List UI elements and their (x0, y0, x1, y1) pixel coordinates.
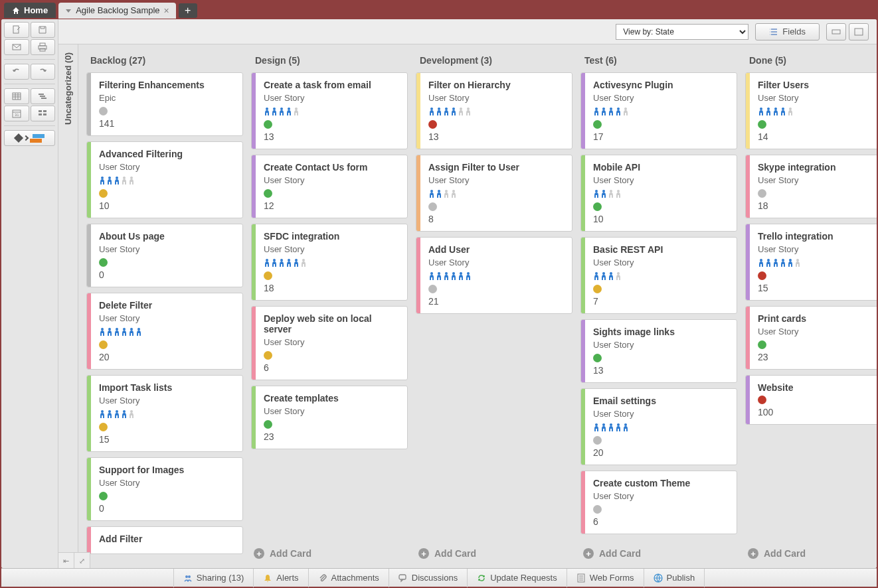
card-type: User Story (264, 337, 399, 347)
webforms-button[interactable]: Web Forms (567, 569, 644, 587)
view-by-select[interactable]: View by: State (616, 24, 748, 40)
card[interactable]: Sights image linksUser Story13 (580, 319, 737, 383)
svg-rect-15 (832, 30, 840, 34)
status-dot (99, 258, 108, 267)
person-icon (135, 327, 142, 336)
card[interactable]: Create Contact Us formUser Story12 (251, 155, 408, 218)
column-header: Design (5) (251, 50, 408, 72)
card-color-bar[interactable] (4, 130, 55, 146)
card[interactable]: Activesync PluginUser Story17 (580, 72, 737, 149)
card[interactable]: Email settingsUser Story20 (580, 388, 737, 465)
card-title: Print cards (758, 313, 877, 324)
card[interactable]: Support for ImagesUser Story0 (86, 457, 243, 521)
svg-point-58 (460, 272, 462, 275)
new-button[interactable] (4, 22, 29, 38)
add-card-button[interactable]: +Add Card (416, 544, 572, 563)
svg-point-83 (760, 259, 762, 261)
redo-button[interactable] (31, 64, 56, 80)
compact-layout-button[interactable] (826, 23, 846, 40)
card-type: User Story (264, 175, 399, 185)
card[interactable]: Create templatesUser Story23 (251, 386, 408, 449)
svg-point-24 (116, 328, 118, 331)
add-card-button[interactable]: +Add Card (580, 544, 737, 563)
card[interactable]: Delete FilterUser Story20 (86, 293, 243, 370)
person-icon (765, 258, 772, 267)
card-type: User Story (264, 406, 399, 416)
card[interactable]: Filter on HierarchyUser Story13 (416, 72, 572, 149)
card-title: Filtering Enhancements (99, 80, 234, 90)
card-type: User Story (99, 313, 234, 323)
svg-point-89 (185, 575, 188, 578)
card-people (99, 176, 234, 185)
tab-document[interactable]: Agile Backlog Sample × (58, 3, 176, 19)
card[interactable]: Add Filter (86, 526, 243, 554)
globe-icon (654, 573, 663, 583)
card[interactable]: Mobile APIUser Story10 (580, 155, 737, 232)
publish-button[interactable]: Publish (644, 569, 705, 587)
card[interactable]: Skype integrationUser Story18 (745, 155, 877, 218)
card-view-button[interactable] (31, 106, 56, 121)
print-button[interactable] (31, 39, 56, 55)
update-requests-button[interactable]: Update Requests (468, 569, 567, 587)
svg-point-50 (430, 190, 433, 192)
person-icon (608, 189, 614, 198)
tab-bar: Home Agile Backlog Sample × + (1, 1, 877, 19)
card-type: User Story (593, 491, 729, 501)
card[interactable]: Filtering EnhancementsEpic141 (86, 72, 243, 136)
svg-point-85 (774, 259, 777, 261)
svg-point-37 (295, 108, 298, 110)
alerts-button[interactable]: Alerts (254, 569, 308, 587)
card[interactable]: Advanced FilteringUser Story10 (86, 141, 243, 218)
save-button[interactable] (31, 22, 56, 38)
card[interactable]: Filter UsersUser Story14 (745, 72, 877, 149)
add-card-button[interactable]: +Add Card (251, 544, 408, 563)
left-toolbar: 31 (1, 19, 58, 568)
card[interactable]: Create a task from emailUser Story13 (251, 72, 408, 149)
card[interactable]: Create custom ThemeUser Story6 (580, 471, 737, 534)
status-dot (593, 120, 602, 129)
card[interactable]: Deploy web site on local serverUser Stor… (251, 306, 408, 380)
column: Test (6)Activesync PluginUser Story17Mob… (580, 50, 737, 563)
svg-point-21 (130, 177, 133, 179)
card[interactable]: Print cardsUser Story23 (745, 306, 877, 370)
uncategorized-column[interactable]: Uncategorized (0) (58, 44, 78, 568)
svg-point-20 (123, 177, 126, 179)
calendar-view-button[interactable]: 31 (4, 106, 29, 121)
discussions-button[interactable]: Discussions (389, 569, 468, 587)
person-icon (99, 409, 106, 419)
mail-button[interactable] (4, 39, 29, 55)
card[interactable]: SFDC integrationUser Story18 (251, 224, 408, 301)
card[interactable]: About Us pageUser Story0 (86, 224, 243, 287)
card-people (593, 189, 729, 198)
new-tab-button[interactable]: + (179, 3, 197, 18)
card[interactable]: Add UserUser Story21 (416, 237, 572, 314)
tab-home[interactable]: Home (4, 3, 56, 18)
attachments-button[interactable]: Attachments (309, 569, 389, 587)
svg-point-84 (767, 259, 770, 261)
svg-point-53 (452, 190, 455, 192)
expand-all-button[interactable]: ⤢ (74, 553, 90, 568)
undo-button[interactable] (4, 64, 29, 80)
card[interactable]: Website100 (745, 375, 877, 425)
svg-point-57 (452, 272, 455, 275)
close-icon[interactable]: × (164, 5, 169, 16)
fields-button[interactable]: Fields (755, 23, 820, 40)
svg-point-79 (767, 108, 770, 110)
person-icon (600, 271, 607, 281)
card[interactable]: Import Task listsUser Story15 (86, 375, 243, 452)
card[interactable]: Basic REST APIUser Story7 (580, 237, 737, 314)
svg-point-42 (295, 259, 298, 261)
card-points: 17 (593, 131, 729, 142)
card[interactable]: Assign Filter to UserUser Story8 (416, 155, 572, 232)
add-card-button[interactable]: +Add Card (745, 544, 877, 563)
collapse-all-button[interactable]: ⇤ (58, 553, 74, 568)
sharing-button[interactable]: Sharing (13) (173, 569, 254, 587)
chat-icon (398, 573, 408, 583)
tab-home-label: Home (24, 5, 48, 15)
card[interactable]: Trello integrationUser Story15 (745, 224, 877, 301)
gantt-view-button[interactable] (31, 88, 56, 104)
full-layout-button[interactable] (849, 23, 869, 40)
status-dot (593, 436, 602, 445)
card-people (264, 107, 399, 116)
grid-view-button[interactable] (4, 88, 29, 104)
